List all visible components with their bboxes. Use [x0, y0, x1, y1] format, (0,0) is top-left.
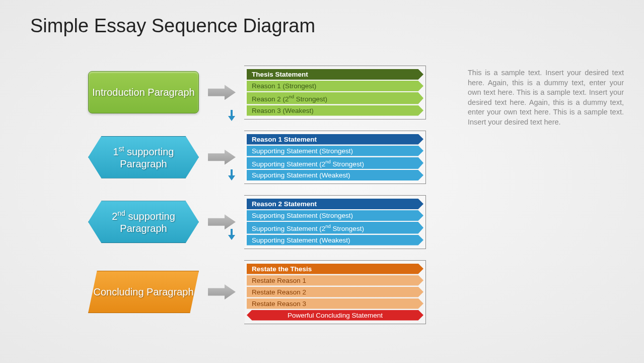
support2-strongest-bar: Supporting Statement (Strongest): [247, 210, 423, 221]
restate-r2-bar: Restate Reason 2: [247, 287, 423, 297]
support1-second-bar: Supporting Statement (2nd Strongest): [247, 157, 423, 169]
row-conclusion: Concluding Paragraph Restate the Thesis …: [88, 260, 441, 324]
arrow-right-icon: [208, 85, 236, 100]
shape-support1: 1st supporting Paragraph: [88, 136, 199, 178]
reason3-bar: Reason 3 (Weakest): [247, 105, 423, 116]
restate-r1-bar: Restate Reason 1: [247, 275, 423, 286]
thesis-statement-bar: Thesis Statement: [247, 69, 423, 80]
shape-support2-label: 2nd supporting Paragraph: [89, 209, 198, 234]
reason2-bar: Reason 2 (2nd Strongest): [247, 92, 423, 104]
shape-support2: 2nd supporting Paragraph: [88, 201, 199, 243]
reason2-statement-bar: Reason 2 Statement: [247, 199, 423, 209]
row-intro: Introduction Paragraph Thesis Statement …: [88, 66, 441, 119]
concluding-statement-bar: Powerful Concluding Statement: [247, 310, 423, 321]
restate-r3-bar: Restate Reason 3: [247, 298, 423, 309]
bracket-intro: Thesis Statement Reason 1 (Strongest) Re…: [245, 66, 426, 119]
arrow-down-icon: [228, 110, 235, 122]
support2-second-bar: Supporting Statement (2nd Strongest): [247, 222, 423, 234]
arrow-down-icon: [228, 169, 235, 182]
bracket-conclusion: Restate the Thesis Restate Reason 1 Rest…: [245, 260, 426, 324]
bracket-support2: Reason 2 Statement Supporting Statement …: [245, 195, 426, 249]
reason1-statement-bar: Reason 1 Statement: [247, 134, 423, 145]
essay-diagram: Introduction Paragraph Thesis Statement …: [88, 66, 441, 330]
bracket-support1: Reason 1 Statement Supporting Statement …: [245, 131, 426, 185]
support1-weakest-bar: Supporting Statement (Weakest): [247, 170, 423, 180]
shape-conclusion: Concluding Paragraph: [88, 271, 199, 313]
support2-weakest-bar: Supporting Statement (Weakest): [247, 235, 423, 246]
shape-conclusion-label: Concluding Paragraph: [93, 286, 193, 298]
row-support2: 2nd supporting Paragraph Reason 2 Statem…: [88, 195, 441, 249]
arrow-right-icon: [208, 284, 236, 299]
restate-thesis-bar: Restate the Thesis: [247, 264, 423, 274]
shape-intro: Introduction Paragraph: [88, 71, 199, 113]
shape-intro-label: Introduction Paragraph: [92, 86, 194, 98]
shape-support1-label: 1st supporting Paragraph: [89, 145, 198, 170]
arrow-right-icon: [208, 214, 236, 229]
arrow-down-icon: [228, 229, 235, 241]
sidebar-text: This is a sample text. Insert your desir…: [468, 68, 624, 127]
slide-title: Simple Essay Sequence Diagram: [30, 15, 315, 37]
arrow-right-icon: [208, 150, 236, 165]
row-support1: 1st supporting Paragraph Reason 1 Statem…: [88, 131, 441, 185]
reason1-bar: Reason 1 (Strongest): [247, 81, 423, 91]
support1-strongest-bar: Supporting Statement (Strongest): [247, 146, 423, 156]
